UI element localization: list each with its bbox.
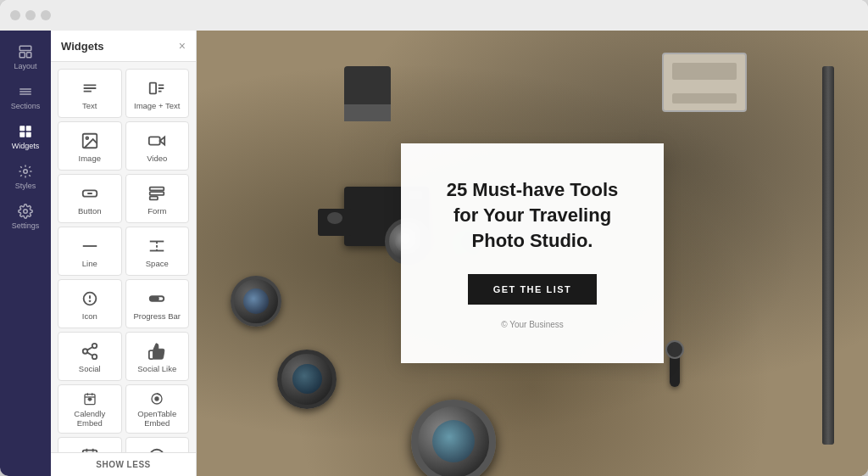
tripod [822,66,834,445]
traffic-lights [10,10,51,20]
widget-form[interactable]: Form [125,174,190,223]
widget-date[interactable]: Date [58,437,122,452]
form-icon [147,184,166,203]
widget-button[interactable]: Button [58,174,122,223]
svg-point-37 [92,343,97,348]
svg-line-40 [87,352,92,356]
sidebar-item-sections[interactable]: Sections [0,77,51,117]
medium-lens [277,350,337,409]
widgets-panel: Widgets × Text [51,31,197,476]
widgets-title: Widgets [61,40,103,53]
social-icon [81,342,99,361]
minimize-button[interactable] [25,10,36,20]
svg-point-46 [88,398,91,400]
widget-countdown[interactable]: Countdown [125,437,190,452]
svg-point-38 [83,349,88,354]
svg-rect-25 [150,187,164,190]
small-lens [231,276,281,327]
sidebar-item-styles[interactable]: Styles [0,157,51,197]
widget-image-label: Image [79,154,101,163]
content-card: 25 Must-have Tools for Your Traveling Ph… [401,143,664,362]
svg-point-11 [24,210,28,214]
browser-window: Layout Sections Widgets [0,0,868,476]
widgets-header: Widgets × [51,31,196,62]
widget-progress-bar-label: Progress Bar [134,311,181,321]
widget-space[interactable]: Space [125,227,190,276]
widget-line[interactable]: Line [58,227,122,276]
svg-rect-9 [26,132,31,137]
svg-rect-7 [26,126,31,131]
card-title: 25 Must-have Tools for Your Traveling Ph… [438,177,626,253]
svg-line-41 [87,346,92,350]
browser-body: Layout Sections Widgets [0,31,868,476]
copyright-text: © Your Business [438,320,626,329]
widget-social[interactable]: Social [58,332,122,381]
svg-rect-1 [19,53,25,58]
browser-titlebar [0,0,868,31]
svg-rect-26 [150,192,164,195]
microphone [670,344,680,387]
icon-icon [81,289,99,308]
left-nav: Layout Sections Widgets [0,31,51,476]
svg-rect-8 [19,132,25,137]
svg-rect-2 [27,53,31,58]
flash-unit [344,66,391,121]
widget-image[interactable]: Image [58,121,122,171]
widget-button-label: Button [78,206,101,216]
widget-social-label: Social [79,364,101,373]
widget-text[interactable]: Text [58,69,122,118]
widget-calendly[interactable]: Calendly Embed [58,384,122,434]
svg-point-20 [86,137,88,139]
widget-icon[interactable]: Icon [58,279,122,328]
text-icon [81,79,99,98]
svg-rect-0 [19,46,31,50]
main-canvas: 25 Must-have Tools for Your Traveling Ph… [197,31,868,476]
large-lens [411,400,496,476]
widget-form-label: Form [147,206,166,216]
widget-opentable-label: OpenTable Embed [130,409,186,428]
svg-rect-36 [150,296,159,301]
button-icon [81,184,99,203]
show-less-button[interactable]: SHOW LESS [51,452,196,476]
widget-opentable[interactable]: OpenTable Embed [125,384,190,434]
opentable-icon [147,392,166,406]
image-icon [81,132,99,150]
widget-space-label: Space [146,259,169,268]
space-icon [147,237,166,255]
line-icon [81,237,99,255]
widget-icon-label: Icon [82,311,97,321]
cta-button[interactable]: GET THE LIST [468,274,598,305]
widget-video[interactable]: Video [125,121,190,171]
progress-bar-icon [147,289,166,308]
widgets-grid: Text Image + Text [51,62,196,452]
svg-point-34 [89,300,90,301]
social-like-icon [147,342,166,361]
svg-point-39 [92,354,97,359]
close-button[interactable] [10,10,20,20]
sidebar-item-settings[interactable]: Settings [0,197,51,237]
calendly-icon [81,392,99,406]
video-icon [147,132,166,150]
sidebar-item-widgets[interactable]: Widgets [0,117,51,157]
svg-rect-15 [150,82,156,93]
svg-point-10 [24,170,28,174]
sidebar-item-layout[interactable]: Layout [0,37,51,77]
widget-video-label: Video [147,154,167,163]
widget-social-like[interactable]: Social Like [125,332,190,381]
widget-social-like-label: Social Like [137,364,176,373]
widget-calendly-label: Calendly Embed [62,409,118,428]
widget-text-label: Text [82,101,97,110]
svg-rect-27 [150,196,158,199]
svg-point-48 [155,396,159,400]
widgets-close-button[interactable]: × [179,39,186,53]
camera-bag [662,53,747,112]
canvas-background: 25 Must-have Tools for Your Traveling Ph… [197,31,868,476]
svg-rect-21 [149,137,160,144]
maximize-button[interactable] [41,10,51,20]
widget-line-label: Line [82,259,97,268]
widget-progress-bar[interactable]: Progress Bar [125,279,190,328]
widget-image-text-label: Image + Text [134,101,180,110]
widget-image-text[interactable]: Image + Text [125,69,190,118]
gopro-camera [318,209,352,236]
svg-rect-6 [19,126,25,131]
